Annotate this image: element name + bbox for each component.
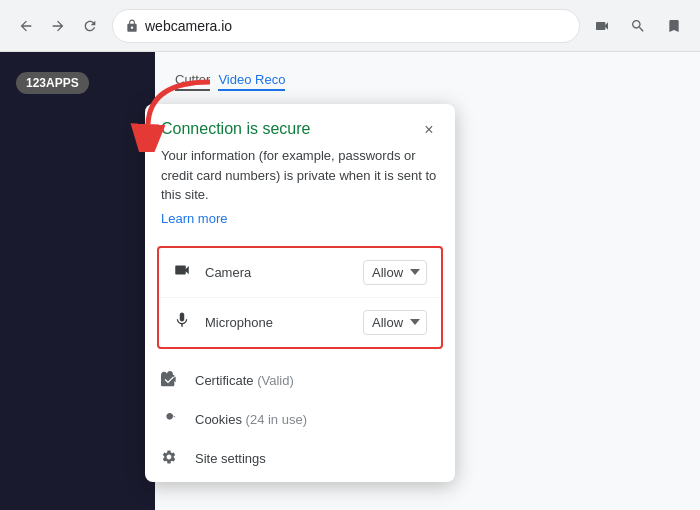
page-content: 123APPS Cutter Video Reco corder os and … bbox=[0, 52, 700, 510]
svg-point-3 bbox=[171, 417, 172, 418]
svg-point-2 bbox=[167, 417, 168, 418]
cookies-icon bbox=[161, 410, 183, 429]
lock-icon bbox=[125, 19, 139, 33]
bookmark-icon[interactable] bbox=[660, 12, 688, 40]
toolbar-right bbox=[588, 12, 688, 40]
certificate-row[interactable]: Certificate (Valid) bbox=[145, 361, 455, 400]
browser-frame: webcamera.io 123APPS Cutter Video Reco bbox=[0, 0, 700, 510]
microphone-icon bbox=[173, 311, 195, 333]
video-icon[interactable] bbox=[588, 12, 616, 40]
site-settings-label: Site settings bbox=[195, 451, 266, 466]
tab-cutter[interactable]: Cutter bbox=[175, 72, 210, 91]
camera-select[interactable]: Allow Block Ask bbox=[363, 260, 427, 285]
address-bar[interactable]: webcamera.io bbox=[112, 9, 580, 43]
microphone-permission-row: Microphone Allow Block Ask bbox=[159, 298, 441, 347]
zoom-icon[interactable] bbox=[624, 12, 652, 40]
permissions-box: Camera Allow Block Ask Microphone Allow bbox=[157, 246, 443, 349]
info-rows: Certificate (Valid) Cookies (24 in use) … bbox=[145, 357, 455, 482]
microphone-label: Microphone bbox=[205, 315, 363, 330]
cookies-label: Cookies (24 in use) bbox=[195, 412, 307, 427]
svg-point-1 bbox=[169, 415, 170, 416]
popup-close-button[interactable]: × bbox=[419, 120, 439, 140]
site-settings-row[interactable]: Site settings bbox=[145, 439, 455, 478]
popup-header: Connection is secure × bbox=[145, 104, 455, 146]
certificate-icon bbox=[161, 371, 183, 390]
app-badge: 123APPS bbox=[16, 72, 89, 94]
url-text: webcamera.io bbox=[145, 18, 567, 34]
connection-description: Your information (for example, passwords… bbox=[145, 146, 455, 205]
nav-buttons bbox=[12, 12, 104, 40]
sidebar-strip: 123APPS bbox=[0, 52, 155, 510]
popup-panel: Connection is secure × Your information … bbox=[145, 104, 455, 482]
toolbar: webcamera.io bbox=[0, 0, 700, 52]
reload-button[interactable] bbox=[76, 12, 104, 40]
learn-more-link[interactable]: Learn more bbox=[145, 205, 455, 238]
tab-video-reco[interactable]: Video Reco bbox=[218, 72, 285, 91]
camera-label: Camera bbox=[205, 265, 363, 280]
certificate-label: Certificate (Valid) bbox=[195, 373, 294, 388]
camera-icon bbox=[173, 261, 195, 283]
connection-title: Connection is secure bbox=[161, 120, 310, 138]
back-button[interactable] bbox=[12, 12, 40, 40]
site-settings-icon bbox=[161, 449, 183, 468]
forward-button[interactable] bbox=[44, 12, 72, 40]
microphone-select[interactable]: Allow Block Ask bbox=[363, 310, 427, 335]
certificate-sub: (Valid) bbox=[257, 373, 294, 388]
cookies-row[interactable]: Cookies (24 in use) bbox=[145, 400, 455, 439]
cookies-sub: (24 in use) bbox=[246, 412, 307, 427]
camera-permission-row: Camera Allow Block Ask bbox=[159, 248, 441, 298]
